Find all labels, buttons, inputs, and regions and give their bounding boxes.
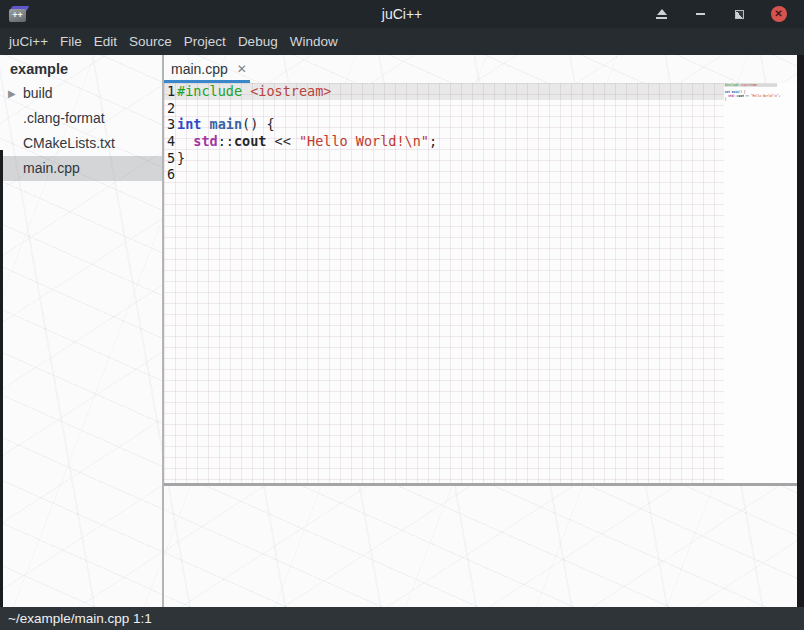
code-line: 3int main() {: [164, 116, 724, 133]
tree-item-cmakelists-txt[interactable]: CMakeLists.txt: [0, 131, 162, 156]
tree-item-label: build: [23, 85, 53, 101]
shade-button[interactable]: [654, 6, 669, 22]
code-token-function: main: [210, 116, 243, 133]
code-token-plain: [242, 83, 250, 100]
code-token-plain: ;: [429, 133, 437, 150]
close-button[interactable]: ✕: [771, 6, 786, 22]
code-token-plain: () {: [242, 116, 275, 133]
code-line: 4 std::cout << "Hello World!\n";: [164, 133, 724, 150]
code-token-preprocessor: #include: [177, 83, 242, 100]
line-number: 4: [164, 133, 177, 150]
code-line: 2: [164, 100, 724, 117]
code-token-plain: ;: [779, 94, 781, 98]
menu-item-source[interactable]: Source: [123, 28, 178, 55]
close-icon: ✕: [771, 6, 787, 22]
expander-icon[interactable]: ▶: [8, 81, 16, 106]
code-token-plain: }: [725, 98, 727, 102]
file-tree-sidebar: example ▶build.clang-formatCMakeLists.tx…: [0, 55, 162, 607]
tree-item-main-cpp[interactable]: main.cpp: [0, 156, 162, 181]
code-token-string: "Hello World!\n": [299, 133, 429, 150]
shade-icon: [657, 9, 667, 15]
code-area[interactable]: 1#include <iostream>23int main() {4 std:…: [164, 83, 724, 483]
app-window: ++ juCi++ ✕ juCi++FileEditSourceProjectD…: [0, 0, 804, 630]
tree-item-label: CMakeLists.txt: [23, 135, 115, 151]
content-area: example ▶build.clang-formatCMakeLists.tx…: [0, 55, 797, 607]
line-number: 1: [164, 83, 177, 100]
menu-item-file[interactable]: File: [54, 28, 88, 55]
editor-pane: main.cpp ✕ 1#include <iostream>23int mai…: [164, 55, 797, 607]
code-line: 4 std::cout << "Hello World!\n";: [725, 94, 781, 98]
code-token-string: "Hello World!\n": [751, 94, 779, 98]
minimize-button[interactable]: [693, 6, 708, 22]
line-number: 3: [164, 116, 177, 133]
minimize-icon: [696, 13, 705, 15]
code-token-type: int: [177, 116, 201, 133]
code-token-plain: ::: [218, 133, 234, 150]
tree-item-label: main.cpp: [23, 160, 80, 176]
menu-item-window[interactable]: Window: [284, 28, 344, 55]
maximize-button[interactable]: [732, 6, 747, 22]
line-number: 2: [164, 100, 177, 117]
code-line: 6: [164, 166, 724, 183]
status-bar: ~/example/main.cpp 1:1: [0, 607, 804, 630]
code-token-include_path: <iostream>: [740, 83, 757, 87]
menu-item-edit[interactable]: Edit: [88, 28, 123, 55]
line-number: 5: [164, 150, 177, 167]
code-line: 1#include <iostream>: [164, 83, 724, 100]
code-token-preprocessor: #include: [725, 83, 739, 87]
code-token-plain: }: [177, 150, 185, 167]
titlebar: ++ juCi++ ✕: [0, 0, 804, 28]
tree-item-label: .clang-format: [23, 110, 105, 126]
app-icon: ++: [8, 4, 32, 24]
window-left-edge: [0, 150, 3, 607]
sidebar-splitter[interactable]: [162, 55, 164, 607]
menu-item-juci[interactable]: juCi++: [3, 28, 54, 55]
tab-bar: main.cpp ✕: [164, 55, 797, 83]
code-token-identifier: cout: [737, 94, 744, 98]
code-line: 5}: [164, 150, 724, 167]
code-token-identifier: cout: [234, 133, 267, 150]
code-token-plain: [177, 133, 193, 150]
window-controls: ✕: [654, 6, 786, 22]
menu-item-debug[interactable]: Debug: [232, 28, 284, 55]
menubar: juCi++FileEditSourceProjectDebugWindow: [0, 28, 804, 55]
maximize-icon: [735, 10, 744, 19]
tree-item-clang-format[interactable]: .clang-format: [0, 106, 162, 131]
code-line: 1#include <iostream>: [725, 83, 778, 87]
minimap[interactable]: 1#include <iostream>23int main() {4 std:…: [724, 83, 797, 483]
code-token-plain: <<: [266, 133, 299, 150]
code-token-include_path: <iostream>: [250, 83, 331, 100]
tab-label: main.cpp: [171, 61, 228, 77]
code-token-namespace: std: [193, 133, 217, 150]
code-token-plain: [201, 116, 209, 133]
code-token-plain: <<: [744, 94, 751, 98]
output-panel[interactable]: [164, 486, 797, 607]
line-number: 6: [164, 166, 177, 183]
window-right-edge: [797, 55, 804, 607]
project-root-label: example: [0, 55, 162, 81]
editor: 1#include <iostream>23int main() {4 std:…: [164, 83, 797, 483]
tab-main-cpp[interactable]: main.cpp ✕: [164, 55, 258, 83]
tree-item-build[interactable]: ▶build: [0, 81, 162, 106]
menu-item-project[interactable]: Project: [178, 28, 232, 55]
tab-close-icon[interactable]: ✕: [237, 62, 247, 76]
code-line: 5}: [725, 98, 727, 102]
status-text: ~/example/main.cpp 1:1: [8, 611, 152, 626]
